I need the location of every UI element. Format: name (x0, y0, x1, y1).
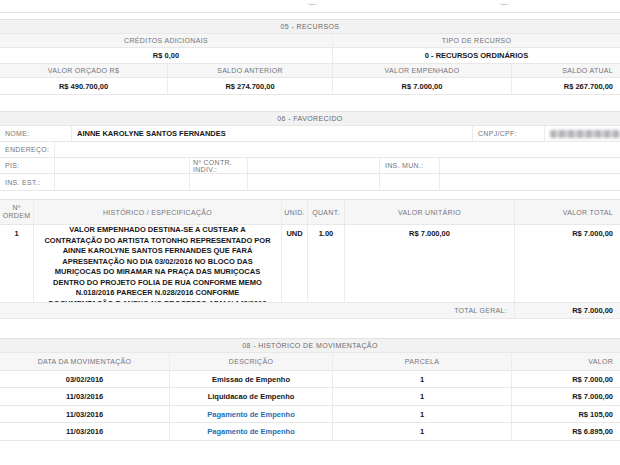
endereco-value (55, 142, 620, 157)
mov-data: 11/03/2016 (0, 406, 170, 422)
total-geral-value: R$ 7.000,00 (515, 303, 620, 318)
item-valor-unitario: R$ 7.000,00 (345, 225, 515, 302)
contr-indiv-value (248, 158, 380, 173)
saldo-atual-value: R$ 267.700,00 (512, 78, 620, 94)
section-title-movimentacao: 08 - HISTÓRICO DE MOVIMENTAÇÃO (0, 339, 620, 353)
mov-data: 03/02/2016 (0, 371, 170, 387)
saldo-atual-label: SALDO ATUAL (512, 64, 620, 77)
ordem-header-line1: Nº (12, 204, 20, 212)
movement-row: 03/02/2016 Emissao de Empenho 1 R$ 7.000… (0, 371, 620, 388)
movement-row: 11/03/2016 Pagamento de Empenho 1 R$ 105… (0, 406, 620, 423)
section-favorecido: 06 - FAVORECIDO NOME: AINNE KAROLYNE SAN… (0, 111, 620, 191)
total-geral-label: TOTAL GERAL: (0, 303, 515, 318)
mov-valor: R$ 7.000,00 (512, 371, 620, 387)
item-valor-total: R$ 7.000,00 (515, 225, 620, 302)
mov-descricao: Liquidacao de Empenho (170, 388, 333, 405)
unid-header: UNID. (282, 200, 308, 224)
ins-est-label: INS. EST.: (0, 174, 55, 190)
section-title-text: 06 - FAVORECIDO (277, 115, 342, 122)
item-unid: UND (282, 225, 308, 302)
mov-valor: R$ 6.895,00 (512, 423, 620, 440)
valor-unitario-header: VALOR UNITÁRIO (345, 200, 515, 224)
section-title-text: 08 - HISTÓRICO DE MOVIMENTAÇÃO (242, 342, 378, 349)
mov-parcela: 1 (333, 371, 512, 387)
mov-parcela: 1 (333, 406, 512, 422)
quant-header: QUANT. (308, 200, 345, 224)
ins-mun-value (440, 158, 620, 173)
empty-cell (440, 174, 620, 190)
redacted-blur (550, 130, 620, 138)
mov-descricao: Emissao de Empenho (170, 371, 333, 387)
empty-cell (190, 174, 248, 190)
cnpj-cpf-label: CNPJ/CPF: (473, 126, 545, 141)
mov-data-header: DATA DA MOVIMENTAÇÃO (0, 353, 170, 370)
mov-data: 11/03/2016 (0, 388, 170, 405)
mov-descricao: Pagamento de Empenho (170, 423, 333, 440)
pis-label: PIS: (0, 158, 55, 173)
top-divider (0, 12, 620, 13)
historico-header: HISTÓRICO / ESPECIFICAÇÃO (34, 200, 282, 224)
pagamento-empenho-link[interactable]: Pagamento de Empenho (207, 427, 295, 436)
section-title-favorecido: 06 - FAVORECIDO (0, 112, 620, 126)
ins-est-value (55, 174, 190, 190)
empty-cell (248, 174, 380, 190)
section-movimentacao: 08 - HISTÓRICO DE MOVIMENTAÇÃO DATA DA M… (0, 338, 620, 441)
valor-empenhado-label: VALOR EMPENHADO (333, 64, 512, 77)
mov-parcela: 1 (333, 388, 512, 405)
mov-descricao-header: DESCRIÇÃO (170, 353, 333, 370)
valor-orcado-label: VALOR ORÇADO R$ (0, 64, 168, 77)
item-row: 1 VALOR EMPENHADO DESTINA-SE A CUSTEAR A… (0, 225, 620, 303)
section-title-recursos: 05 - RECURSOS (0, 20, 620, 34)
endereco-label: ENDEREÇO: (0, 142, 55, 157)
mov-valor: R$ 105,00 (512, 406, 620, 422)
pagamento-empenho-link[interactable]: Pagamento de Empenho (207, 410, 295, 419)
item-ordem: 1 (0, 225, 34, 302)
mov-data: 11/03/2016 (0, 423, 170, 440)
mov-valor-header: VALOR (512, 353, 620, 370)
mov-parcela-header: PARCELA (333, 353, 512, 370)
item-historico: VALOR EMPENHADO DESTINA-SE A CUSTEAR A C… (34, 225, 282, 302)
empty-cell (380, 174, 440, 190)
mov-parcela: 1 (333, 423, 512, 440)
section-itens: Nº ORDEM HISTÓRICO / ESPECIFICAÇÃO UNID.… (0, 199, 620, 319)
valor-empenhado-value: R$ 7.000,00 (333, 78, 512, 94)
item-quant: 1.00 (308, 225, 345, 302)
mov-valor: R$ 7.000,00 (512, 388, 620, 405)
mov-descricao: Pagamento de Empenho (170, 406, 333, 422)
creditos-adicionais-label: CRÉDITOS ADICIONAIS (0, 34, 333, 47)
saldo-anterior-value: R$ 274.700,00 (168, 78, 333, 94)
contr-indiv-label: Nº CONTR. INDIV.: (190, 158, 248, 173)
movement-row: 11/03/2016 Liquidacao de Empenho 1 R$ 7.… (0, 388, 620, 406)
total-geral-row: TOTAL GERAL: R$ 7.000,00 (0, 303, 620, 319)
cut-off-text-fragment (308, 1, 317, 5)
pis-value (55, 158, 190, 173)
creditos-adicionais-value: R$ 0,00 (0, 48, 333, 63)
ordem-header: Nº ORDEM (0, 200, 34, 224)
section-recursos: 05 - RECURSOS CRÉDITOS ADICIONAIS TIPO D… (0, 19, 620, 95)
nome-value: AINNE KAROLYNE SANTOS FERNANDES (72, 126, 473, 141)
movement-row: 11/03/2016 Pagamento de Empenho 1 R$ 6.8… (0, 423, 620, 441)
cnpj-cpf-value-redacted (545, 126, 620, 141)
section-title-text: 05 - RECURSOS (281, 23, 340, 30)
cut-off-text-fragment (500, 1, 509, 5)
valor-total-header: VALOR TOTAL (515, 200, 620, 224)
tipo-recurso-label: TIPO DE RECURSO (333, 34, 620, 47)
ins-mun-label: INS. MUN.: (380, 158, 440, 173)
saldo-anterior-label: SALDO ANTERIOR (168, 64, 333, 77)
nome-label: NOME: (0, 126, 72, 141)
tipo-recurso-value: 0 - RECURSOS ORDINÁRIOS (333, 48, 620, 63)
ordem-header-line2: ORDEM (3, 212, 31, 220)
valor-orcado-value: R$ 490.700,00 (0, 78, 168, 94)
